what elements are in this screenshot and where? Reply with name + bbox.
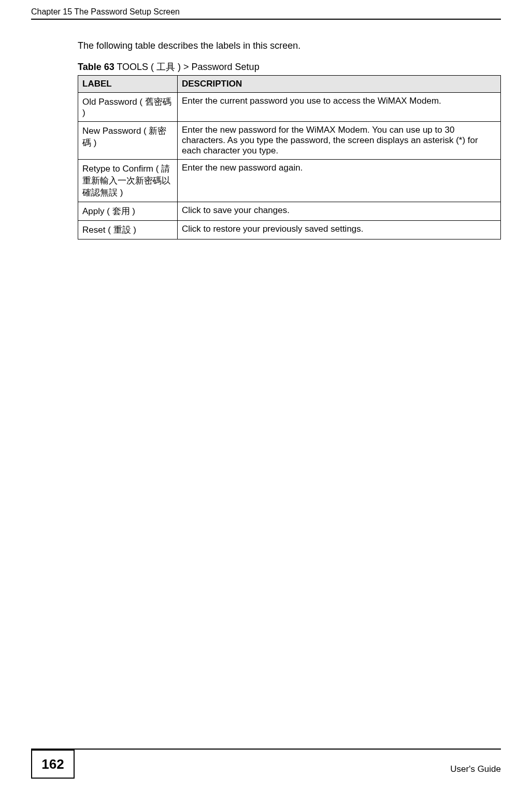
- cell-description: Click to restore your previously saved s…: [178, 221, 501, 239]
- cell-label: Retype to Confirm ( 請重新輸入一次新密碼以確認無誤 ): [78, 160, 178, 202]
- cell-label: Reset ( 重設 ): [78, 221, 178, 239]
- page-content: The following table describes the labels…: [78, 31, 501, 239]
- table-title: TOOLS ( 工具 ) > Password Setup: [114, 62, 260, 72]
- page-header: Chapter 15 The Password Setup Screen: [31, 7, 501, 20]
- cell-description: Enter the current password you use to ac…: [178, 93, 501, 122]
- table-row: Retype to Confirm ( 請重新輸入一次新密碼以確認無誤 ) En…: [78, 160, 501, 202]
- table-row: Reset ( 重設 ) Click to restore your previ…: [78, 221, 501, 239]
- table-row: Apply ( 套用 ) Click to save your changes.: [78, 202, 501, 221]
- page-footer: 162 User's Guide: [31, 749, 501, 779]
- table-row: Old Password ( 舊密碼 ) Enter the current p…: [78, 93, 501, 122]
- cell-label: Apply ( 套用 ): [78, 202, 178, 221]
- cell-label: Old Password ( 舊密碼 ): [78, 93, 178, 122]
- password-setup-table: LABEL DESCRIPTION Old Password ( 舊密碼 ) E…: [78, 75, 501, 239]
- table-header-row: LABEL DESCRIPTION: [78, 76, 501, 93]
- intro-text: The following table describes the labels…: [78, 40, 501, 51]
- table-caption: Table 63 TOOLS ( 工具 ) > Password Setup: [78, 61, 501, 73]
- table-number: Table 63: [78, 62, 114, 72]
- col-header-label: LABEL: [78, 76, 178, 93]
- page: Chapter 15 The Password Setup Screen The…: [0, 0, 532, 790]
- col-header-description: DESCRIPTION: [178, 76, 501, 93]
- cell-description: Enter the new password again.: [178, 160, 501, 202]
- table-row: New Password ( 新密碼 ) Enter the new passw…: [78, 122, 501, 160]
- cell-description: Click to save your changes.: [178, 202, 501, 221]
- page-number: 162: [31, 750, 75, 779]
- chapter-title: Chapter 15 The Password Setup Screen: [31, 7, 180, 17]
- cell-label: New Password ( 新密碼 ): [78, 122, 178, 160]
- cell-description: Enter the new password for the WiMAX Mod…: [178, 122, 501, 160]
- footer-guide-label: User's Guide: [450, 764, 501, 779]
